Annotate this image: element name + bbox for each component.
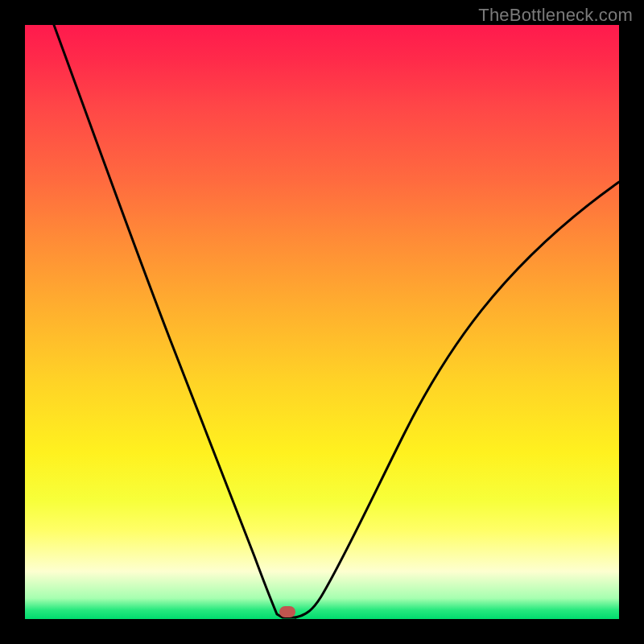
curve-layer bbox=[25, 25, 619, 619]
curve-left-branch bbox=[54, 25, 295, 617]
plot-area bbox=[25, 25, 619, 619]
curve-right-branch bbox=[295, 182, 619, 617]
optimum-marker bbox=[279, 606, 295, 617]
chart-frame: TheBottleneck.com bbox=[0, 0, 644, 644]
watermark-text: TheBottleneck.com bbox=[478, 5, 633, 26]
